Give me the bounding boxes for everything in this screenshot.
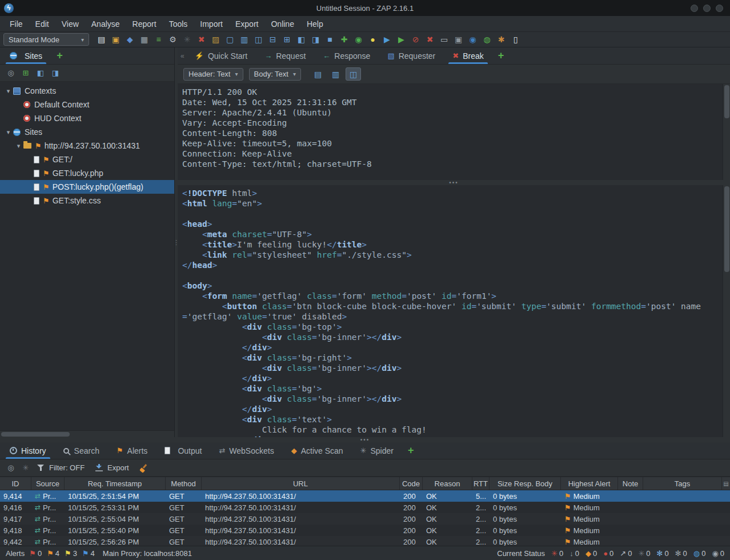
scrollbar-thumb[interactable] xyxy=(724,186,729,272)
export-icon[interactable] xyxy=(93,462,105,474)
column-header-size-resp-body[interactable]: Size Resp. Body xyxy=(490,477,561,490)
tree-node-sites[interactable]: ▾Sites xyxy=(0,125,174,139)
medium-alerts-flag[interactable]: ⚑4 xyxy=(47,549,59,558)
tree-node-http-94-237-50-100-31431[interactable]: ▾⚑http://94.237.50.100:31431 xyxy=(0,139,174,153)
column-header-id[interactable]: ID xyxy=(0,477,31,490)
layout-split-horizontal-icon[interactable]: ⊟ xyxy=(266,34,279,46)
tree-horizontal-scrollbar[interactable] xyxy=(0,430,174,437)
bottom-tab-history[interactable]: History xyxy=(3,442,53,459)
high-alerts-flag[interactable]: ⚑0 xyxy=(29,549,42,558)
column-header-code[interactable]: Code xyxy=(400,477,423,490)
step-button-icon[interactable]: ▶ xyxy=(380,34,394,46)
drop-message-icon[interactable]: ✖ xyxy=(423,34,436,46)
help-icon[interactable]: ▯ xyxy=(509,34,522,46)
api-icon[interactable]: ◉ xyxy=(466,34,479,46)
tree-node-contexts[interactable]: ▾Contexts xyxy=(0,84,174,98)
menu-analyse[interactable]: Analyse xyxy=(85,17,126,31)
options-gear-icon[interactable]: ⚙ xyxy=(166,34,179,46)
work-tab-request[interactable]: →Request xyxy=(258,47,312,64)
close-button[interactable] xyxy=(716,5,723,12)
tree-node-default-context[interactable]: Default Context xyxy=(0,98,174,111)
menu-edit[interactable]: Edit xyxy=(29,17,55,31)
body-view-select[interactable]: Body: Text ▾ xyxy=(249,68,302,81)
layout-maximize-icon[interactable]: ▢ xyxy=(223,34,236,46)
fuzz-icon[interactable]: ▨ xyxy=(209,34,222,46)
column-header-note[interactable]: Note xyxy=(618,477,643,490)
menu-tools[interactable]: Tools xyxy=(163,17,194,31)
tab-scroll-left-icon[interactable]: « xyxy=(179,54,186,58)
header-view-select[interactable]: Header: Text ▾ xyxy=(183,68,243,81)
layout-tabs-icon[interactable]: ▥ xyxy=(238,34,251,46)
tree-node-get-style-css[interactable]: ⚑GET:style.css xyxy=(0,194,174,207)
mode-select[interactable]: Standard Mode ▾ xyxy=(3,33,89,46)
add-tab-button[interactable]: + xyxy=(492,50,510,62)
alerts-label[interactable]: Alerts xyxy=(6,549,25,558)
tree-node-get-lucky-php[interactable]: ⚑GET:lucky.php xyxy=(0,166,174,180)
response-body-pane[interactable]: <!DOCTYPE html><html lang="en"><head> <m… xyxy=(178,185,730,437)
scrollbar-thumb[interactable] xyxy=(724,85,729,118)
column-header-url[interactable]: URL xyxy=(202,477,400,490)
add-tab-button[interactable]: + xyxy=(51,50,69,62)
menu-help[interactable]: Help xyxy=(300,17,330,31)
column-header-method[interactable]: Method xyxy=(166,477,202,490)
bottom-tab-search[interactable]: Search xyxy=(57,442,106,459)
column-config-icon[interactable]: ▤ xyxy=(722,477,730,490)
screenshot-icon[interactable]: ▣ xyxy=(452,34,465,46)
panel-left-icon[interactable]: ◧ xyxy=(295,34,308,46)
bottom-tab-spider[interactable]: ✳Spider xyxy=(354,442,400,459)
menu-file[interactable]: File xyxy=(3,17,29,31)
new-session-icon[interactable]: ▤ xyxy=(95,34,108,46)
work-tab-quick-start[interactable]: ⚡Quick Start xyxy=(188,47,254,64)
layout-combined-button[interactable]: ◫ xyxy=(346,67,361,81)
scope-target-icon[interactable]: ◎ xyxy=(5,67,17,79)
history-row-9-442[interactable]: 9,442⇄Pr...10/15/25, 2:56:26 PMGEThttp:/… xyxy=(0,536,730,546)
column-header-tags[interactable]: Tags xyxy=(643,477,722,490)
clear-history-icon[interactable] xyxy=(137,462,150,474)
bottom-tab-active-scan[interactable]: ◆Active Scan xyxy=(284,442,350,459)
open-session-icon[interactable]: ▣ xyxy=(109,34,122,46)
column-header-reason[interactable]: Reason xyxy=(423,477,472,490)
menu-online[interactable]: Online xyxy=(264,17,300,31)
hud-icon[interactable]: ◉ xyxy=(352,34,365,46)
column-header-rtt[interactable]: RTT xyxy=(472,477,490,490)
minimize-button[interactable] xyxy=(691,5,698,12)
scrollbar-thumb[interactable] xyxy=(1,432,70,437)
expander-icon[interactable]: ▾ xyxy=(3,87,13,95)
bottom-tab-websockets[interactable]: ⇄WebSockets xyxy=(212,442,280,459)
column-header-source[interactable]: Source xyxy=(31,477,65,490)
history-row-9-414[interactable]: 9,414⇄Pr...10/15/25, 2:51:54 PMGEThttp:/… xyxy=(0,490,730,502)
column-header-highest-alert[interactable]: Highest Alert xyxy=(561,477,618,490)
manage-addons-icon[interactable]: ✚ xyxy=(338,34,351,46)
history-row-9-417[interactable]: 9,417⇄Pr...10/15/25, 2:55:04 PMGEThttp:/… xyxy=(0,513,730,525)
add-tab-button[interactable]: + xyxy=(402,445,420,457)
layout-split-vertical-icon[interactable]: ◫ xyxy=(252,34,265,46)
menu-import[interactable]: Import xyxy=(194,17,229,31)
low-alerts-flag[interactable]: ⚑3 xyxy=(65,549,77,558)
tree-node-get[interactable]: ⚑GET:/ xyxy=(0,153,174,166)
filter-button[interactable]: Filter: OFF xyxy=(49,463,85,472)
export-context-icon[interactable]: ◨ xyxy=(49,67,62,79)
column-header-req-timestamp[interactable]: Req. Timestamp xyxy=(65,477,166,490)
informational-alerts-flag[interactable]: ⚑4 xyxy=(82,549,95,558)
persist-session-icon[interactable]: ◆ xyxy=(123,34,137,46)
continue-button-icon[interactable]: ▶ xyxy=(395,34,408,46)
spider-toolbar-icon[interactable]: ✳ xyxy=(181,34,194,46)
work-tab-break[interactable]: ✖Break xyxy=(446,47,490,64)
scope-target-icon[interactable]: ◎ xyxy=(5,462,17,474)
layout-split-button[interactable]: ▥ xyxy=(328,67,343,81)
filter-icon[interactable] xyxy=(34,462,47,474)
session-properties-icon[interactable]: ≡ xyxy=(152,34,165,46)
update-icon[interactable]: ✱ xyxy=(495,34,508,46)
menu-view[interactable]: View xyxy=(55,17,85,31)
import-context-icon[interactable]: ◧ xyxy=(34,67,47,79)
keyboard-icon[interactable]: ▭ xyxy=(438,34,451,46)
menu-report[interactable]: Report xyxy=(126,17,163,31)
pane-splitter[interactable]: ••• xyxy=(178,180,730,185)
sites-tab-sites[interactable]: Sites xyxy=(3,47,49,64)
response-header-pane[interactable]: HTTP/1.1 200 OKDate: Wed, 15 Oct 2025 21… xyxy=(178,84,730,180)
expander-icon[interactable]: ▾ xyxy=(3,129,13,136)
tree-node-hud-context[interactable]: HUD Context xyxy=(0,111,174,125)
expander-icon[interactable]: ▾ xyxy=(14,142,23,150)
snapshot-session-icon[interactable]: ▦ xyxy=(138,34,151,46)
panel-full-icon[interactable]: ■ xyxy=(323,34,336,46)
